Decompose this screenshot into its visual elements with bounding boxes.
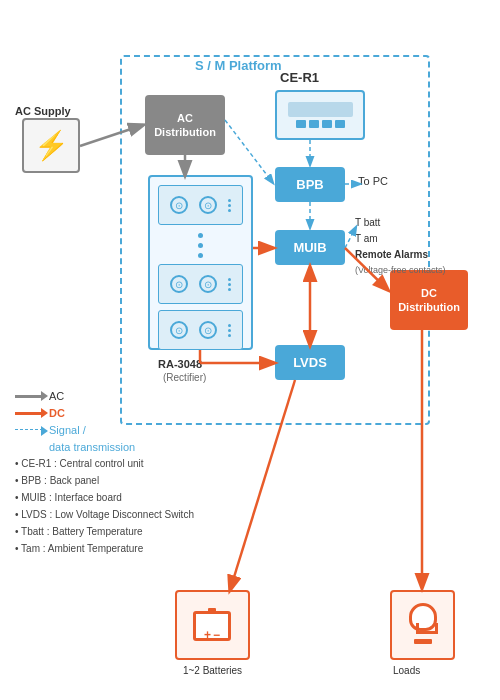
rect-fan-6: ⊙ xyxy=(199,321,217,339)
note-1: CE-R1 : Central control unit xyxy=(15,455,194,472)
ac-supply-label: AC Supply xyxy=(15,105,71,117)
voltage-free-label: (Voltage-free contacts) xyxy=(355,263,446,277)
rect-dots-2 xyxy=(228,278,231,291)
power-tower-icon: ⚡ xyxy=(34,129,69,162)
lvds-label: LVDS xyxy=(293,355,327,370)
rect-fan-3: ⊙ xyxy=(170,275,188,293)
cer1-btn-2 xyxy=(309,120,319,128)
signal-arrow-icon xyxy=(15,429,43,431)
cer1-label: CE-R1 xyxy=(280,70,319,85)
diagram-container: S / M Platform AC Supply ⚡ ACDistributio… xyxy=(0,0,500,700)
battery-body: + − xyxy=(193,611,231,641)
note-2: BPB : Back panel xyxy=(15,472,194,489)
note-3: MUIB : Interface board xyxy=(15,489,194,506)
bulb-base xyxy=(414,639,432,644)
cer1-buttons xyxy=(296,120,345,128)
rect-unit-2: ⊙ ⊙ xyxy=(158,264,243,304)
to-pc-label: To PC xyxy=(358,175,388,187)
note-6: Tam : Ambient Temperature xyxy=(15,540,194,557)
signal-legend-label: Signal / xyxy=(49,424,86,436)
rectifier-sublabel: (Rectifier) xyxy=(163,372,206,383)
data-legend-label: data transmission xyxy=(49,441,135,453)
battery-plus: + xyxy=(204,628,211,642)
alarms-section: T batt T am Remote Alarms (Voltage-free … xyxy=(355,215,446,277)
legend-ac: AC xyxy=(15,390,135,402)
ac-arrow-icon xyxy=(15,395,43,398)
notes-section: CE-R1 : Central control unit BPB : Back … xyxy=(15,455,194,557)
muib-label: MUIB xyxy=(293,240,326,255)
dc-distribution-box: DCDistribution xyxy=(390,270,468,330)
bpb-label: BPB xyxy=(296,177,323,192)
bulb-top xyxy=(409,603,437,631)
rect-dots-1 xyxy=(228,199,231,212)
bpb-box: BPB xyxy=(275,167,345,202)
legend: AC DC Signal / data transmission xyxy=(15,390,135,453)
rect-fan-2: ⊙ xyxy=(199,196,217,214)
rect-dots-3 xyxy=(228,324,231,337)
rectifier-box: ⊙ ⊙ ⊙ ⊙ ⊙ ⊙ xyxy=(148,175,253,350)
rect-fan-1: ⊙ xyxy=(170,196,188,214)
rect-fan-5: ⊙ xyxy=(170,321,188,339)
legend-signal: Signal / xyxy=(15,424,135,436)
battery-box: + − xyxy=(175,590,250,660)
t-am-label: T am xyxy=(355,231,446,247)
ac-legend-label: AC xyxy=(49,390,64,402)
dc-arrow-icon xyxy=(15,412,43,415)
battery-label: 1~2 Batteries xyxy=(165,665,260,676)
legend-dc: DC xyxy=(15,407,135,419)
lvds-box: LVDS xyxy=(275,345,345,380)
rect-fan-4: ⊙ xyxy=(199,275,217,293)
ac-distribution-box: ACDistribution xyxy=(145,95,225,155)
cer1-box xyxy=(275,90,365,140)
battery-minus: − xyxy=(213,628,220,642)
ac-supply-box: ⚡ xyxy=(22,118,80,173)
loads-box xyxy=(390,590,455,660)
cer1-display xyxy=(288,102,353,117)
cer1-btn-3 xyxy=(322,120,332,128)
battery-icon: + − xyxy=(190,603,235,648)
rectifier-label: RA-3048 xyxy=(158,358,202,370)
dc-legend-label: DC xyxy=(49,407,65,419)
note-4: LVDS : Low Voltage Disconnect Switch xyxy=(15,506,194,523)
cer1-btn-4 xyxy=(335,120,345,128)
rect-unit-3: ⊙ ⊙ xyxy=(158,310,243,350)
dc-dist-label: DCDistribution xyxy=(398,286,460,315)
bulb-icon xyxy=(403,603,443,648)
ac-dist-label: ACDistribution xyxy=(154,111,216,140)
cer1-btn-1 xyxy=(296,120,306,128)
loads-label: Loads xyxy=(393,665,420,676)
t-batt-label: T batt xyxy=(355,215,446,231)
rect-unit-1: ⊙ ⊙ xyxy=(158,185,243,225)
note-5: Tbatt : Battery Temperature xyxy=(15,523,194,540)
muib-box: MUIB xyxy=(275,230,345,265)
remote-alarms-label: Remote Alarms xyxy=(355,247,446,263)
sm-platform-label: S / M Platform xyxy=(195,58,282,73)
